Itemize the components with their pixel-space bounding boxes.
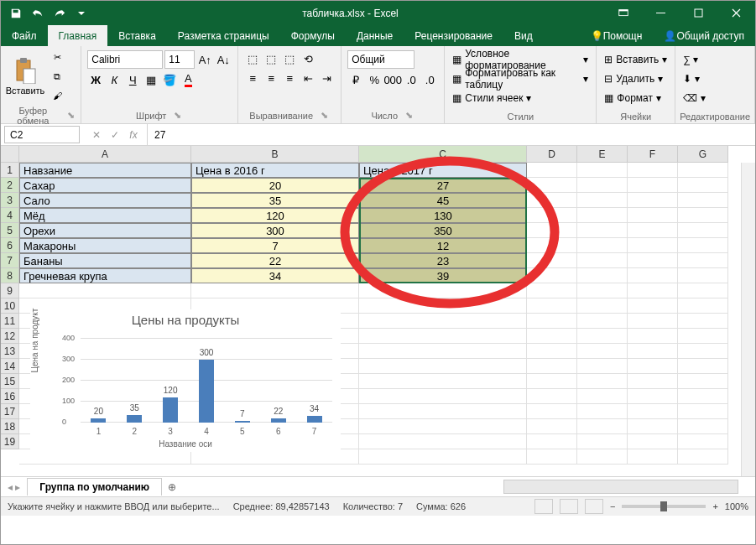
- dec-decimal-icon[interactable]: .0: [421, 71, 438, 88]
- cell[interactable]: Цена в 2017 г: [359, 163, 527, 178]
- cell[interactable]: 12: [359, 238, 527, 253]
- cell[interactable]: [359, 404, 527, 419]
- row-header[interactable]: 11: [1, 314, 19, 329]
- cell[interactable]: [628, 419, 678, 434]
- fill-icon[interactable]: ⬇ ▾: [683, 70, 705, 88]
- inc-decimal-icon[interactable]: .0: [403, 71, 420, 88]
- tab-home[interactable]: Главная: [48, 25, 108, 46]
- formula-input[interactable]: 27: [147, 124, 755, 145]
- tab-review[interactable]: Рецензирование: [404, 25, 503, 46]
- cell[interactable]: [527, 434, 577, 449]
- cell[interactable]: [678, 434, 728, 449]
- cell[interactable]: [577, 283, 628, 298]
- cell[interactable]: 35: [191, 193, 359, 208]
- cell[interactable]: [577, 298, 628, 314]
- column-header[interactable]: E: [577, 146, 628, 163]
- cell[interactable]: [577, 163, 628, 178]
- chart-bar[interactable]: 3004: [199, 360, 214, 423]
- cell[interactable]: 45: [359, 193, 527, 208]
- cell[interactable]: [628, 374, 678, 389]
- column-header[interactable]: C: [359, 146, 527, 163]
- cell[interactable]: [359, 359, 527, 374]
- cell[interactable]: [527, 374, 577, 389]
- cell[interactable]: [577, 253, 628, 268]
- minimize-icon[interactable]: [642, 1, 680, 25]
- chart-bar[interactable]: 347: [307, 416, 322, 423]
- zoom-out-icon[interactable]: −: [610, 501, 615, 511]
- align-bottom-icon[interactable]: ⬚: [281, 50, 298, 67]
- cell[interactable]: [628, 389, 678, 404]
- cell[interactable]: [527, 359, 577, 374]
- chart-bar[interactable]: 201: [91, 418, 106, 423]
- cell[interactable]: [527, 223, 577, 238]
- cell[interactable]: [628, 449, 678, 465]
- cell[interactable]: [678, 223, 728, 238]
- indent-inc-icon[interactable]: ⇥: [318, 70, 335, 86]
- cell[interactable]: 7: [191, 238, 359, 253]
- cell[interactable]: [577, 238, 628, 253]
- cell[interactable]: Мёд: [19, 208, 191, 223]
- qat-dropdown-icon[interactable]: [71, 4, 91, 23]
- cell[interactable]: [527, 238, 577, 253]
- font-color-icon[interactable]: A: [180, 71, 196, 88]
- cell[interactable]: [577, 434, 628, 449]
- cell[interactable]: [628, 193, 678, 208]
- cell[interactable]: [577, 314, 628, 329]
- add-sheet-icon[interactable]: ⊕: [162, 481, 182, 493]
- align-launcher-icon[interactable]: ⬊: [318, 110, 330, 122]
- redo-icon[interactable]: [50, 4, 70, 23]
- currency-icon[interactable]: ₽: [347, 71, 364, 88]
- cell[interactable]: [527, 208, 577, 223]
- view-break-icon[interactable]: [585, 499, 603, 514]
- cell[interactable]: [628, 208, 678, 223]
- sheet-nav[interactable]: ◂ ▸: [1, 481, 27, 493]
- cell[interactable]: [628, 329, 678, 344]
- font-size-combo[interactable]: 11: [164, 50, 195, 69]
- cancel-formula-icon[interactable]: ✕: [88, 129, 105, 141]
- view-normal-icon[interactable]: [534, 499, 553, 514]
- row-header[interactable]: 18: [1, 419, 19, 434]
- align-right-icon[interactable]: ≡: [281, 70, 298, 86]
- cell[interactable]: [678, 374, 728, 389]
- cell[interactable]: [577, 193, 628, 208]
- chart-bar[interactable]: 75: [235, 421, 250, 423]
- cell[interactable]: [678, 268, 728, 283]
- cell[interactable]: 300: [191, 223, 359, 238]
- vertical-scrollbar[interactable]: [741, 163, 755, 476]
- row-header[interactable]: 15: [1, 374, 19, 389]
- cell[interactable]: 350: [359, 223, 527, 238]
- cell[interactable]: [191, 283, 359, 298]
- close-icon[interactable]: [717, 1, 755, 25]
- cell[interactable]: [359, 298, 527, 314]
- cell[interactable]: [628, 223, 678, 238]
- clipboard-launcher-icon[interactable]: ⬊: [66, 110, 77, 122]
- cell[interactable]: 20: [191, 178, 359, 193]
- cell[interactable]: [678, 163, 728, 178]
- cell[interactable]: [628, 178, 678, 193]
- cell[interactable]: [359, 329, 527, 344]
- cell[interactable]: [359, 434, 527, 449]
- cell[interactable]: [359, 449, 527, 465]
- cell[interactable]: [577, 389, 628, 404]
- cell[interactable]: [527, 283, 577, 298]
- cell-styles-button[interactable]: ▦ Стили ячеек ▾: [452, 89, 588, 107]
- cell[interactable]: 23: [359, 253, 527, 268]
- cell[interactable]: [577, 178, 628, 193]
- cell[interactable]: [577, 268, 628, 283]
- zoom-slider[interactable]: [622, 505, 706, 508]
- cell[interactable]: [678, 193, 728, 208]
- cell[interactable]: 39: [359, 268, 527, 283]
- comma-icon[interactable]: 000: [384, 71, 401, 88]
- cell[interactable]: 22: [191, 253, 359, 268]
- cell[interactable]: [577, 208, 628, 223]
- row-header[interactable]: 19: [1, 434, 19, 449]
- indent-dec-icon[interactable]: ⇤: [300, 70, 316, 86]
- tab-data[interactable]: Данные: [346, 25, 404, 46]
- percent-icon[interactable]: %: [366, 71, 383, 88]
- fx-icon[interactable]: fx: [125, 129, 142, 141]
- zoom-in-icon[interactable]: +: [712, 501, 717, 511]
- shrink-font-icon[interactable]: A↓: [215, 51, 232, 68]
- select-all-corner[interactable]: [1, 146, 19, 163]
- grow-font-icon[interactable]: A↑: [196, 51, 213, 68]
- row-header[interactable]: 9: [1, 283, 19, 298]
